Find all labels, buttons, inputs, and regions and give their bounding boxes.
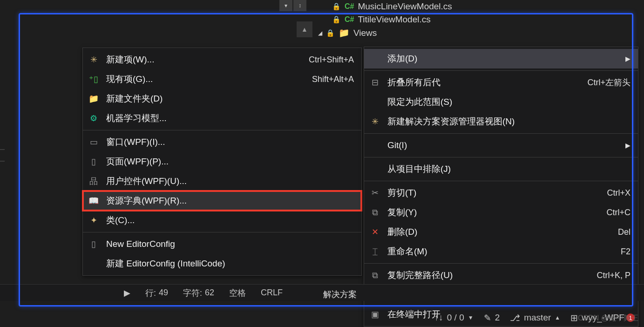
- tree-folder-label: Views: [353, 28, 377, 38]
- usercontrol-wpf[interactable]: 品 用户控件(WPF)(U)...: [83, 171, 361, 191]
- tree-file[interactable]: 🔒 C# TitileViewModel.cs: [318, 13, 551, 26]
- blank-icon: [369, 53, 381, 65]
- lock-icon: 🔒: [332, 15, 341, 24]
- delete[interactable]: ✕ 删除(D) Del: [364, 222, 638, 242]
- solution-tree: 🔒 C# MusicLineViewModel.cs 🔒 C# TitileVi…: [318, 0, 551, 40]
- book-icon: 📖: [88, 195, 100, 207]
- menu-label: Git(I): [387, 140, 622, 150]
- shortcut: F2: [621, 247, 630, 257]
- menu-label: 新建文件夹(D): [106, 93, 354, 105]
- char-indicator[interactable]: 字符: 62: [180, 287, 217, 299]
- separator: [364, 181, 638, 181]
- scope-to[interactable]: 限定为此范围(S): [364, 92, 638, 112]
- menu-label: New EditorConfig: [106, 239, 354, 249]
- menu-label: 资源字典(WPF)(R)...: [106, 195, 354, 207]
- rename-icon: ⌶: [369, 245, 381, 258]
- existing-item[interactable]: ⁺▯ 现有项(G)... Shift+Alt+A: [83, 69, 361, 89]
- pencil-icon: ✎: [484, 313, 491, 323]
- line-indicator[interactable]: 行: 49: [142, 287, 171, 299]
- git-status-bar: ↑↓ 0 / 0 ▼ ✎ 2 ⎇ master ▲ ⊞ wyy_-WPF 1: [0, 308, 644, 327]
- menu-label: 现有项(G)...: [106, 73, 312, 85]
- copy-icon: ⧉: [369, 206, 381, 218]
- csharp-icon: C#: [345, 2, 354, 11]
- new-editorconfig-intellicode[interactable]: 新建 EditorConfig (IntelliCode): [83, 254, 361, 273]
- menu-label: 用户控件(WPF)(U)...: [106, 175, 354, 187]
- scroll-up-icon[interactable]: ▲: [297, 21, 312, 37]
- blank-icon: [369, 163, 381, 175]
- cut[interactable]: ✂ 剪切(T) Ctrl+X: [364, 183, 638, 203]
- branch-status[interactable]: ⎇ master ▲: [510, 313, 560, 323]
- menu-label: 重命名(M): [387, 245, 621, 258]
- changes-status[interactable]: ✎ 2: [484, 313, 500, 323]
- tree-file-label: MusicLineViewModel.cs: [358, 1, 452, 12]
- menu-label: 复制(Y): [387, 206, 606, 218]
- sync-status[interactable]: ↑↓ 0 / 0 ▼: [434, 313, 474, 323]
- class-item[interactable]: ✦ 类(C)...: [83, 211, 361, 230]
- split-icon[interactable]: ↕: [293, 0, 306, 11]
- scissors-icon: ✂: [369, 187, 381, 199]
- separator: [364, 263, 638, 264]
- new-view-icon: ✳: [369, 116, 381, 128]
- new-solution-view[interactable]: ✳ 新建解决方案资源管理器视图(N): [364, 112, 638, 131]
- shortcut: Ctrl+Shift+A: [309, 55, 354, 65]
- new-folder-icon: 📁: [88, 93, 100, 105]
- tree-folder[interactable]: ◢ 🔒 📁 Views: [318, 26, 551, 40]
- new-item-icon: ✳: [88, 54, 100, 66]
- expand-icon: ◢: [318, 30, 322, 36]
- sync-icon: ↑↓: [434, 313, 443, 323]
- lock-icon: 🔒: [332, 2, 341, 11]
- ml-model[interactable]: ⚙ 机器学习模型...: [83, 109, 361, 128]
- copy[interactable]: ⧉ 复制(Y) Ctrl+C: [364, 203, 638, 222]
- window-wpf[interactable]: ▭ 窗口(WPF)(I)...: [83, 132, 361, 152]
- line-number: 49: [159, 288, 168, 298]
- tree-file[interactable]: 🔒 C# MusicLineViewModel.cs: [318, 0, 551, 13]
- submenu-arrow-icon: ▶: [625, 55, 630, 62]
- watermark: CSDN @龙中舞王: [578, 313, 638, 323]
- menu-label: 新建项(W)...: [106, 54, 309, 66]
- menu-label: 从项目中排除(J): [387, 163, 630, 175]
- separator: [364, 133, 638, 134]
- existing-item-icon: ⁺▯: [88, 73, 100, 85]
- add-submenu: ✳ 新建项(W)... Ctrl+Shift+A ⁺▯ 现有项(G)... Sh…: [82, 48, 362, 276]
- blank-icon: [369, 139, 381, 151]
- copy-full-path[interactable]: ⧉ 复制完整路径(U) Ctrl+K, P: [364, 266, 638, 285]
- solution-label: 解决方案: [323, 289, 357, 300]
- menu-label: 折叠所有后代: [387, 76, 587, 89]
- new-folder[interactable]: 📁 新建文件夹(D): [83, 89, 361, 109]
- dropdown-icon: ▲: [555, 314, 560, 321]
- resourcedict-wpf[interactable]: 📖 资源字典(WPF)(R)...: [83, 191, 361, 211]
- usercontrol-icon: 品: [88, 175, 100, 187]
- git-menu[interactable]: Git(I) ▶: [364, 136, 638, 155]
- dropdown-icon: ▼: [468, 314, 474, 321]
- add-menu[interactable]: 添加(D) ▶: [364, 49, 638, 68]
- menu-label: 剪切(T): [387, 187, 607, 199]
- indentation-indicator[interactable]: 空格: [226, 287, 249, 299]
- menu-label: 限定为此范围(S): [387, 96, 630, 108]
- menu-label: 新建解决方案资源管理器视图(N): [387, 116, 630, 128]
- char-label: 字符:: [183, 287, 202, 299]
- ml-model-icon: ⚙: [88, 112, 100, 124]
- page-wpf[interactable]: ▯ 页面(WPF)(P)...: [83, 152, 361, 171]
- submenu-arrow-icon: ▶: [625, 142, 630, 149]
- collapse-all[interactable]: ⊟ 折叠所有后代 Ctrl+左箭头: [364, 73, 638, 92]
- play-icon[interactable]: ▶: [121, 288, 133, 298]
- line-label: 行:: [145, 287, 156, 299]
- copy-path-icon: ⧉: [369, 269, 381, 281]
- menu-label: 页面(WPF)(P)...: [106, 156, 354, 168]
- repo-icon: ⊞: [570, 313, 578, 323]
- branch-icon: ⎇: [510, 313, 520, 323]
- new-editorconfig[interactable]: ▯ New EditorConfig: [83, 234, 361, 254]
- delete-icon: ✕: [369, 226, 381, 238]
- menu-label: 机器学习模型...: [106, 112, 354, 124]
- dropdown-icon[interactable]: ▾: [279, 0, 292, 11]
- menu-label: 新建 EditorConfig (IntelliCode): [106, 258, 354, 270]
- exclude[interactable]: 从项目中排除(J): [364, 159, 638, 179]
- changes-count: 2: [495, 313, 500, 323]
- class-icon: ✦: [88, 214, 100, 226]
- rename[interactable]: ⌶ 重命名(M) F2: [364, 242, 638, 261]
- branch-name: master: [524, 313, 551, 323]
- line-ending-indicator[interactable]: CRLF: [258, 288, 285, 298]
- menu-label: 删除(D): [387, 226, 618, 238]
- new-item[interactable]: ✳ 新建项(W)... Ctrl+Shift+A: [83, 50, 361, 69]
- shortcut: Shift+Alt+A: [312, 75, 354, 84]
